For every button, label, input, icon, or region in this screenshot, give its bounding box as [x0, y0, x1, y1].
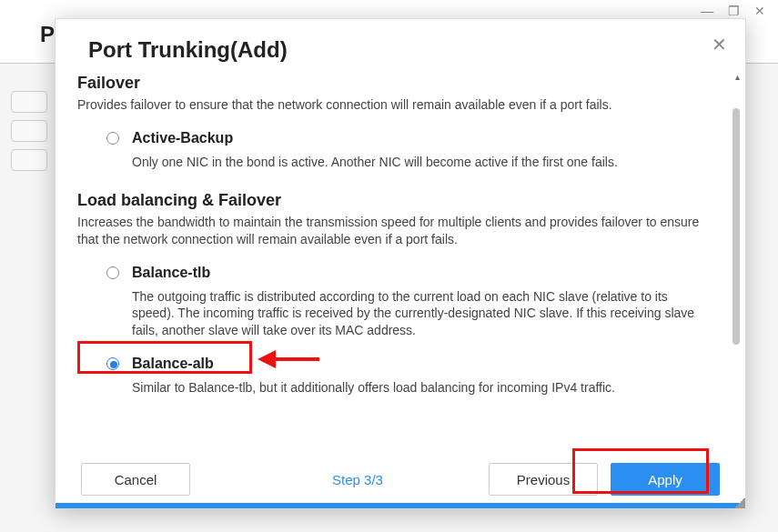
option-desc: Similar to Balance-tlb, but it additiona… — [77, 379, 720, 396]
step-indicator: Step 3/3 — [239, 472, 476, 487]
modal-bottom-accent — [56, 503, 745, 508]
section-loadbalance-title: Load balancing & Failover — [77, 191, 720, 210]
resize-handle-icon[interactable] — [734, 497, 745, 508]
scrollbar[interactable]: ▴ — [733, 72, 740, 427]
bg-sidebar-item — [11, 120, 47, 142]
window-controls[interactable]: — ❐ ✕ — [701, 4, 771, 18]
scroll-up-icon[interactable]: ▴ — [735, 72, 740, 82]
option-label: Balance-tlb — [132, 265, 210, 280]
modal-body: ▴ Failover Provides failover to ensure t… — [56, 72, 745, 436]
option-desc: Only one NIC in the bond is active. Anot… — [77, 154, 720, 171]
annotation-highlight-balance-alb — [77, 341, 252, 374]
option-desc: The outgoing traffic is distributed acco… — [77, 288, 720, 340]
modal-title: Port Trunking(Add) — [88, 37, 720, 63]
annotation-highlight-apply — [572, 448, 709, 494]
bg-sidebar-item — [11, 91, 47, 113]
bg-sidebar-item — [11, 149, 47, 171]
option-balance-tlb[interactable]: Balance-tlb — [77, 265, 720, 281]
modal-header: Port Trunking(Add) ✕ — [56, 19, 745, 72]
close-icon[interactable]: ✕ — [712, 34, 727, 55]
port-trunking-add-modal: Port Trunking(Add) ✕ ▴ Failover Provides… — [55, 18, 746, 509]
section-failover-title: Failover — [77, 74, 720, 93]
radio-balance-tlb[interactable] — [106, 266, 119, 279]
cancel-button[interactable]: Cancel — [81, 463, 190, 496]
section-failover-desc: Provides failover to ensure that the net… — [77, 96, 720, 114]
radio-active-backup[interactable] — [106, 132, 119, 145]
scroll-thumb[interactable] — [733, 108, 740, 345]
section-loadbalance-desc: Increases the bandwidth to maintain the … — [77, 214, 720, 248]
option-active-backup[interactable]: Active-Backup — [77, 130, 720, 146]
annotation-arrow — [258, 352, 321, 366]
option-label: Active-Backup — [132, 130, 233, 146]
background-sidebar — [11, 91, 55, 182]
